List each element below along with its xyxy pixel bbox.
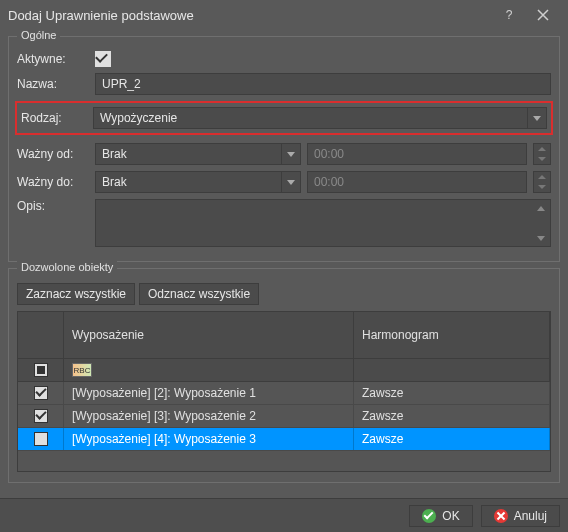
spinner-od[interactable] [533,143,551,165]
row-harmonogram: Zawsze [354,405,550,427]
close-button[interactable] [526,0,560,30]
chevron-down-icon[interactable] [281,143,301,165]
cancel-icon [494,509,508,523]
group-objects: Dozwolone obiekty Zaznacz wszystkie Odzn… [8,268,560,483]
deselect-all-button[interactable]: Odznacz wszystkie [139,283,259,305]
spinner-do[interactable] [533,171,551,193]
table-row[interactable]: [Wyposażenie] [4]: Wyposażenie 3Zawsze [18,428,550,451]
row-harmonogram: Zawsze [354,428,550,450]
checkbox-aktywne[interactable] [95,51,111,67]
grid-filter-wyposazenie[interactable]: RBC [64,359,354,381]
row-checkbox[interactable] [18,382,64,404]
group-general-legend: Ogólne [17,29,60,41]
row-checkbox[interactable] [18,428,64,450]
label-wazny-od: Ważny od: [17,147,89,161]
chevron-down-icon[interactable] [527,107,547,129]
input-nazwa[interactable]: UPR_2 [95,73,551,95]
row-wyposazenie: [Wyposażenie] [2]: Wyposażenie 1 [64,382,354,404]
combo-rodzaj[interactable]: Wypożyczenie [93,107,547,129]
scroll-down-icon[interactable] [532,230,550,246]
row-wyposazenie: [Wyposażenie] [3]: Wyposażenie 2 [64,405,354,427]
scrollbar[interactable] [532,200,550,246]
combo-wazny-od[interactable]: Brak [95,143,301,165]
group-objects-legend: Dozwolone obiekty [17,261,117,273]
grid-filter-check[interactable] [18,359,64,381]
highlighted-rodzaj-row: Rodzaj: Wypożyczenie [15,101,553,135]
help-button[interactable]: ? [492,0,526,30]
grid-filter-row: RBC [18,359,550,382]
row-checkbox[interactable] [18,405,64,427]
scroll-up-icon[interactable] [532,200,550,216]
cancel-button[interactable]: Anuluj [481,505,560,527]
combo-wazny-do[interactable]: Brak [95,171,301,193]
grid-header-wyposazenie[interactable]: Wyposażenie [64,312,354,358]
ok-icon [422,509,436,523]
row-wyposazenie: [Wyposażenie] [4]: Wyposażenie 3 [64,428,354,450]
label-rodzaj: Rodzaj: [21,111,87,125]
grid-header: Wyposażenie Harmonogram [18,312,550,359]
label-aktywne: Aktywne: [17,52,89,66]
select-all-button[interactable]: Zaznacz wszystkie [17,283,135,305]
label-nazwa: Nazwa: [17,77,89,91]
table-row[interactable]: [Wyposażenie] [2]: Wyposażenie 1Zawsze [18,382,550,405]
textarea-opis[interactable] [95,199,551,247]
group-general: Ogólne Aktywne: Nazwa: UPR_2 Rodzaj: Wyp… [8,36,560,262]
objects-grid: Wyposażenie Harmonogram RBC [Wyposażenie… [17,311,551,472]
time-od[interactable]: 00:00 [307,143,527,165]
time-do[interactable]: 00:00 [307,171,527,193]
chevron-down-icon[interactable] [281,171,301,193]
label-opis: Opis: [17,199,89,213]
row-harmonogram: Zawsze [354,382,550,404]
dialog-footer: OK Anuluj [0,498,568,532]
grid-header-check[interactable] [18,312,64,358]
window-title: Dodaj Uprawnienie podstawowe [8,8,492,23]
ok-button[interactable]: OK [409,505,472,527]
label-wazny-do: Ważny do: [17,175,89,189]
filter-icon: RBC [72,363,92,377]
grid-header-harmonogram[interactable]: Harmonogram [354,312,550,358]
grid-filter-harmonogram[interactable] [354,359,550,381]
table-row[interactable]: [Wyposażenie] [3]: Wyposażenie 2Zawsze [18,405,550,428]
titlebar: Dodaj Uprawnienie podstawowe ? [0,0,568,30]
